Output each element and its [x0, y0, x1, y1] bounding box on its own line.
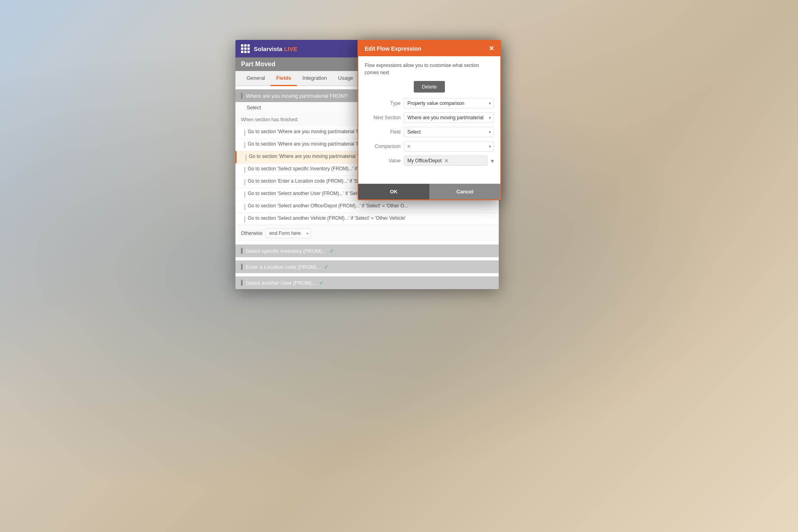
- section-indicator: [241, 248, 243, 254]
- value-tag: My Office/Depot ✕: [404, 156, 488, 166]
- otherwise-label: Otherwise: [241, 231, 263, 236]
- value-dropdown-arrow-icon[interactable]: ▾: [491, 157, 494, 165]
- value-tag-remove-icon[interactable]: ✕: [444, 158, 449, 164]
- edit-flow-title: Edit Flow Expression: [365, 45, 421, 52]
- comparison-row: Comparison =: [365, 141, 494, 152]
- section-indicator: [241, 264, 243, 270]
- tab-fields[interactable]: Fields: [271, 71, 297, 86]
- edit-flow-header: Edit Flow Expression ✕: [358, 41, 500, 56]
- field-row: Field Select: [365, 127, 494, 137]
- edit-flow-description: Flow expressions allow you to customise …: [365, 62, 494, 76]
- comparison-dropdown[interactable]: =: [404, 141, 494, 152]
- tab-general[interactable]: General: [241, 71, 271, 86]
- next-section-dropdown-wrapper: Where are you moving part/material TO?: [404, 112, 494, 123]
- flow-item-bar: [244, 216, 245, 223]
- edit-flow-panel: Edit Flow Expression ✕ Flow expressions …: [358, 40, 501, 200]
- otherwise-select[interactable]: end Form here: [266, 229, 311, 238]
- field-label: Field: [365, 129, 401, 135]
- next-section-label: Next Section: [365, 115, 401, 120]
- type-row: Type Property value comparison: [365, 98, 494, 108]
- header-left: Solarvista LIVE: [241, 44, 297, 53]
- sub-section-3-header: Select another User (FROM)... ✓: [235, 276, 499, 289]
- type-dropdown[interactable]: Property value comparison: [404, 98, 494, 108]
- checkmark-icon: ✓: [319, 280, 324, 286]
- value-label: Value: [365, 158, 401, 164]
- tab-usage[interactable]: Usage: [332, 71, 359, 86]
- flow-item-bar: [244, 167, 245, 173]
- section-indicator: [241, 280, 243, 286]
- cancel-button[interactable]: Cancel: [429, 184, 500, 199]
- flow-item-bar: [244, 179, 245, 185]
- flow-item-bar: [244, 204, 245, 210]
- section-indicator: [241, 93, 243, 99]
- flow-item-8[interactable]: Go to section 'Select another Vehicle (F…: [235, 213, 499, 225]
- value-tag-text: My Office/Depot: [407, 158, 442, 164]
- checkmark-icon: ✓: [330, 248, 334, 254]
- edit-flow-footer: OK Cancel: [358, 183, 500, 199]
- grid-icon[interactable]: [241, 44, 250, 53]
- edit-flow-body: Flow expressions allow you to customise …: [358, 56, 500, 175]
- field-dropdown[interactable]: Select: [404, 127, 494, 137]
- type-label: Type: [365, 100, 401, 106]
- flow-item-bar: [244, 142, 245, 148]
- current-section-title: Where are you moving part/material FROM?: [246, 93, 348, 99]
- close-icon[interactable]: ✕: [489, 45, 494, 52]
- type-dropdown-wrapper: Property value comparison: [404, 98, 494, 108]
- sub-section-2-header: Enter a Location code (FROM)... ✓: [235, 260, 499, 273]
- tab-integration[interactable]: Integration: [297, 71, 332, 86]
- flow-item-bar: [245, 154, 247, 161]
- brand-title: Solarvista LIVE: [254, 45, 297, 52]
- checkmark-icon: ✓: [324, 264, 329, 270]
- field-dropdown-wrapper: Select: [404, 127, 494, 137]
- flow-item-bar: [244, 130, 245, 136]
- ok-button[interactable]: OK: [358, 184, 429, 199]
- next-section-row: Next Section Where are you moving part/m…: [365, 112, 494, 123]
- delete-button[interactable]: Delete: [414, 81, 445, 93]
- flow-item-7[interactable]: Go to section 'Select another Office/Dep…: [235, 201, 499, 213]
- sub-section-1-header: Select specific Inventory (FROM)... ✓: [235, 244, 499, 257]
- comparison-label: Comparison: [365, 144, 401, 149]
- flow-item-bar: [244, 191, 245, 198]
- comparison-dropdown-wrapper: =: [404, 141, 494, 152]
- otherwise-row: Otherwise end Form here ▾: [235, 225, 499, 241]
- next-section-dropdown[interactable]: Where are you moving part/material TO?: [404, 112, 494, 123]
- otherwise-select-wrapper: end Form here ▾: [266, 229, 311, 238]
- value-row: Value My Office/Depot ✕ ▾: [365, 156, 494, 166]
